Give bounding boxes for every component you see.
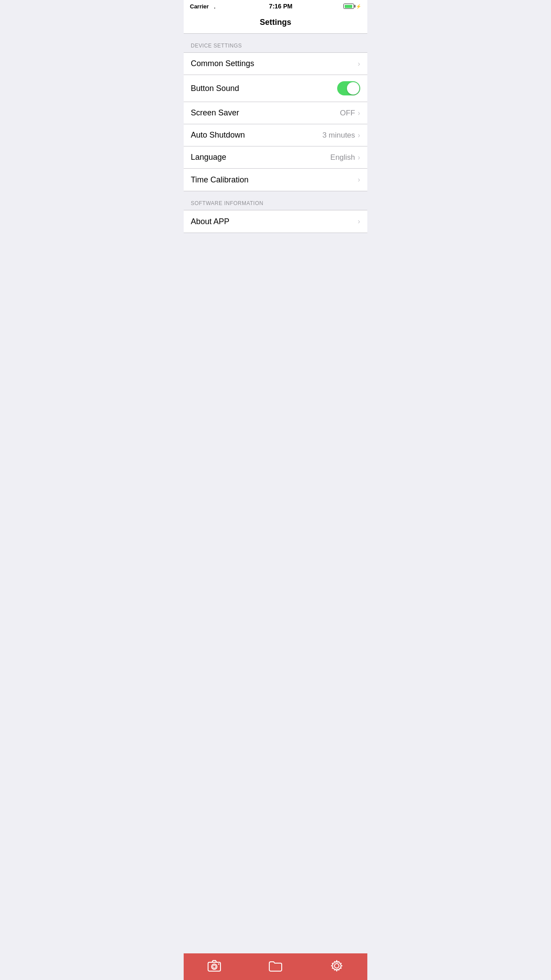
right-time-calibration: ›: [358, 175, 360, 184]
label-language: Language: [191, 153, 226, 162]
status-left: Carrier: [190, 3, 218, 10]
carrier-label: Carrier: [190, 3, 209, 10]
right-about-app: ›: [358, 217, 360, 226]
row-common-settings[interactable]: Common Settings›: [184, 53, 367, 75]
row-screen-saver[interactable]: Screen SaverOFF›: [184, 102, 367, 124]
status-right: ⚡: [343, 4, 361, 9]
battery-icon: [343, 4, 354, 9]
label-about-app: About APP: [191, 217, 229, 226]
svg-point-0: [214, 8, 215, 8]
row-time-calibration[interactable]: Time Calibration›: [184, 169, 367, 191]
chevron-language: ›: [358, 153, 360, 162]
chevron-time-calibration: ›: [358, 175, 360, 184]
row-language[interactable]: LanguageEnglish›: [184, 146, 367, 169]
status-bar: Carrier 7:16 PM ⚡: [184, 0, 367, 12]
value-auto-shutdown: 3 minutes: [323, 131, 355, 140]
label-time-calibration: Time Calibration: [191, 175, 248, 185]
right-auto-shutdown: 3 minutes›: [323, 131, 360, 140]
chevron-screen-saver: ›: [358, 109, 360, 118]
row-button-sound[interactable]: Button Sound: [184, 75, 367, 102]
page-title: Settings: [260, 18, 291, 27]
right-language: English›: [331, 153, 360, 162]
table-group-1: About APP›: [184, 210, 367, 233]
chevron-about-app: ›: [358, 217, 360, 226]
row-about-app[interactable]: About APP›: [184, 210, 367, 233]
chevron-auto-shutdown: ›: [358, 131, 360, 140]
chevron-common-settings: ›: [358, 59, 360, 68]
right-screen-saver: OFF›: [340, 109, 360, 118]
status-time: 7:16 PM: [269, 3, 292, 10]
value-language: English: [331, 153, 355, 162]
row-auto-shutdown[interactable]: Auto Shutdown3 minutes›: [184, 124, 367, 146]
section-header-1: SOFTWARE INFORMATION: [184, 191, 367, 210]
nav-bar: Settings: [184, 12, 367, 34]
wifi-icon: [211, 3, 218, 10]
charging-bolt: ⚡: [356, 4, 361, 9]
section-header-0: DEVICE SETTINGS: [184, 34, 367, 52]
label-button-sound: Button Sound: [191, 84, 239, 93]
right-button-sound: [337, 81, 360, 95]
right-common-settings: ›: [358, 59, 360, 68]
main-content: DEVICE SETTINGSCommon Settings›Button So…: [184, 34, 367, 269]
value-screen-saver: OFF: [340, 109, 355, 118]
table-group-0: Common Settings›Button SoundScreen Saver…: [184, 52, 367, 191]
toggle-button-sound[interactable]: [337, 81, 360, 95]
label-screen-saver: Screen Saver: [191, 108, 239, 118]
label-common-settings: Common Settings: [191, 59, 254, 68]
label-auto-shutdown: Auto Shutdown: [191, 130, 245, 140]
